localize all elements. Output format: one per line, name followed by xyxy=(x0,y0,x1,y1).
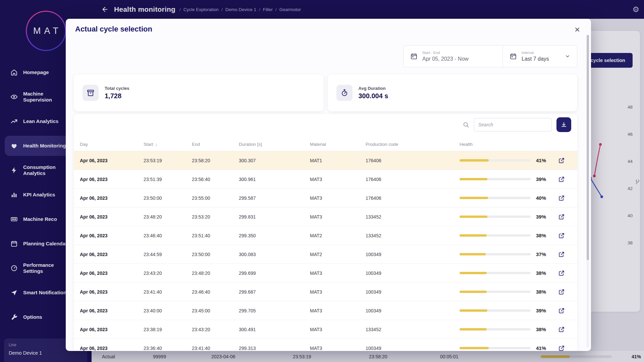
cell-duration: 300.307 xyxy=(239,158,310,163)
interval-select[interactable]: Interval Last 7 days xyxy=(502,46,577,67)
open-in-new-icon xyxy=(558,232,565,239)
cell-day: Apr 06, 2023 xyxy=(80,289,144,295)
cell-material: MAT3 xyxy=(310,346,366,351)
table-row[interactable]: Apr 06, 202323:48:2023:53:20299.831MAT31… xyxy=(74,207,577,226)
stat-value: 300.004 s xyxy=(359,92,388,100)
cell-health: 38% xyxy=(460,268,577,278)
open-cycle-button[interactable] xyxy=(557,231,566,240)
cell-duration: 299.687 xyxy=(239,289,310,295)
cell-day: Apr 06, 2023 xyxy=(80,327,144,332)
health-percent: 37% xyxy=(531,251,546,257)
cell-start: 23:40:00 xyxy=(144,308,192,313)
open-cycle-button[interactable] xyxy=(557,268,566,278)
cell-start: 23:48:20 xyxy=(144,214,192,220)
scrollbar-thumb[interactable] xyxy=(587,35,589,260)
cell-health: 41% xyxy=(460,344,577,351)
open-cycle-button[interactable] xyxy=(557,193,566,203)
cell-day: Apr 06, 2023 xyxy=(80,308,144,313)
table-row[interactable]: Apr 06, 202323:40:0023:45:00299.705MAT31… xyxy=(74,301,577,320)
health-percent: 38% xyxy=(531,233,546,238)
health-percent: 38% xyxy=(531,326,546,332)
download-icon xyxy=(560,121,567,128)
cycles-table-card: Day Start↓ End Duration [s] Material Pro… xyxy=(74,114,577,351)
table-toolbar xyxy=(463,117,571,132)
cell-material: MAT2 xyxy=(310,233,366,238)
table-row[interactable]: Apr 06, 202323:41:4023:46:40299.687MAT31… xyxy=(74,283,577,301)
stat-value: 1,728 xyxy=(105,92,129,100)
modal-scrollbar[interactable] xyxy=(587,35,589,348)
cell-start: 23:51:39 xyxy=(144,177,192,182)
health-bar xyxy=(460,272,531,274)
cell-end: 23:45:00 xyxy=(192,308,239,313)
download-button[interactable] xyxy=(556,117,571,132)
column-header-production-code[interactable]: Production code xyxy=(366,142,460,147)
stat-label: Avg Duration xyxy=(359,86,388,91)
column-header-material[interactable]: Material xyxy=(310,142,366,147)
cell-health: 38% xyxy=(460,287,577,297)
table-row[interactable]: Apr 06, 202323:53:1923:58:20300.307MAT11… xyxy=(74,151,577,170)
cell-health: 39% xyxy=(460,212,577,222)
health-percent: 38% xyxy=(531,270,546,276)
open-cycle-button[interactable] xyxy=(557,344,566,351)
cycle-selection-modal: Actual cycle selection ✕ Start - End Apr… xyxy=(66,19,591,351)
stat-label: Total cycles xyxy=(105,86,129,91)
cell-duration: 299.350 xyxy=(239,233,310,238)
column-header-start[interactable]: Start↓ xyxy=(144,142,192,147)
open-cycle-button[interactable] xyxy=(557,287,566,297)
stat-card-total-cycles: Total cycles 1,728 xyxy=(74,74,324,111)
cell-duration: 300.961 xyxy=(239,177,310,182)
health-percent: 41% xyxy=(531,158,546,163)
search-input[interactable] xyxy=(474,118,552,131)
interval-label: Interval xyxy=(522,51,549,55)
cell-start: 23:53:19 xyxy=(144,158,192,163)
cell-start: 23:46:40 xyxy=(144,233,192,238)
column-header-day[interactable]: Day xyxy=(80,142,144,147)
cell-material: MAT3 xyxy=(310,177,366,182)
cell-production-code: 100349 xyxy=(366,270,460,276)
cell-production-code: 133452 xyxy=(366,214,460,220)
open-cycle-button[interactable] xyxy=(557,325,566,334)
health-bar xyxy=(460,159,531,162)
cell-health: 37% xyxy=(460,250,577,259)
open-cycle-button[interactable] xyxy=(557,306,566,315)
table-row[interactable]: Apr 06, 202323:38:1923:43:20300.491MAT31… xyxy=(74,320,577,339)
cell-duration: 300.491 xyxy=(239,327,310,332)
column-header-duration[interactable]: Duration [s] xyxy=(239,142,310,147)
stopwatch-icon xyxy=(336,85,353,101)
table-row[interactable]: Apr 06, 202323:44:5923:50:00300.083MAT21… xyxy=(74,245,577,264)
cell-start: 23:38:19 xyxy=(144,327,192,332)
app-root: Health monitoring /Cycle Exploration/Dem… xyxy=(0,0,644,362)
date-range-picker[interactable]: Start - End Apr 05, 2023 - Now xyxy=(404,46,502,67)
cell-production-code: 100349 xyxy=(366,252,460,257)
date-controls: Start - End Apr 05, 2023 - Now Interval … xyxy=(403,45,577,67)
table-row[interactable]: Apr 06, 202323:36:4023:41:40299.313MAT31… xyxy=(74,339,577,351)
table-row[interactable]: Apr 06, 202323:51:3923:56:40300.961MAT31… xyxy=(74,170,577,189)
open-cycle-button[interactable] xyxy=(557,156,566,165)
table-row[interactable]: Apr 06, 202323:46:4023:51:40299.350MAT21… xyxy=(74,226,577,245)
column-header-health[interactable]: Health xyxy=(460,142,577,147)
open-in-new-icon xyxy=(558,251,565,258)
table-row[interactable]: Apr 06, 202323:43:2023:48:20299.699MAT31… xyxy=(74,264,577,283)
cell-material: MAT3 xyxy=(310,214,366,220)
cycles-table-body: Apr 06, 202323:53:1923:58:20300.307MAT11… xyxy=(74,151,577,351)
cell-day: Apr 06, 2023 xyxy=(80,214,144,220)
cell-material: MAT3 xyxy=(310,270,366,276)
table-row[interactable]: Apr 06, 202323:50:0023:55:00299.587MAT31… xyxy=(74,189,577,207)
cell-duration: 299.705 xyxy=(239,308,310,313)
open-cycle-button[interactable] xyxy=(557,212,566,222)
cell-production-code: 133452 xyxy=(366,327,460,332)
open-cycle-button[interactable] xyxy=(557,250,566,259)
calendar-icon xyxy=(410,53,418,60)
health-percent: 40% xyxy=(531,195,546,201)
column-header-end[interactable]: End xyxy=(192,142,239,147)
cell-start: 23:44:59 xyxy=(144,252,192,257)
cell-production-code: 100349 xyxy=(366,289,460,295)
open-cycle-button[interactable] xyxy=(557,175,566,184)
cell-duration: 300.083 xyxy=(239,252,310,257)
cell-day: Apr 06, 2023 xyxy=(80,195,144,201)
cell-start: 23:43:20 xyxy=(144,270,192,276)
cell-health: 39% xyxy=(460,175,577,184)
cell-day: Apr 06, 2023 xyxy=(80,177,144,182)
cell-material: MAT1 xyxy=(310,158,366,163)
close-button[interactable]: ✕ xyxy=(572,24,583,36)
